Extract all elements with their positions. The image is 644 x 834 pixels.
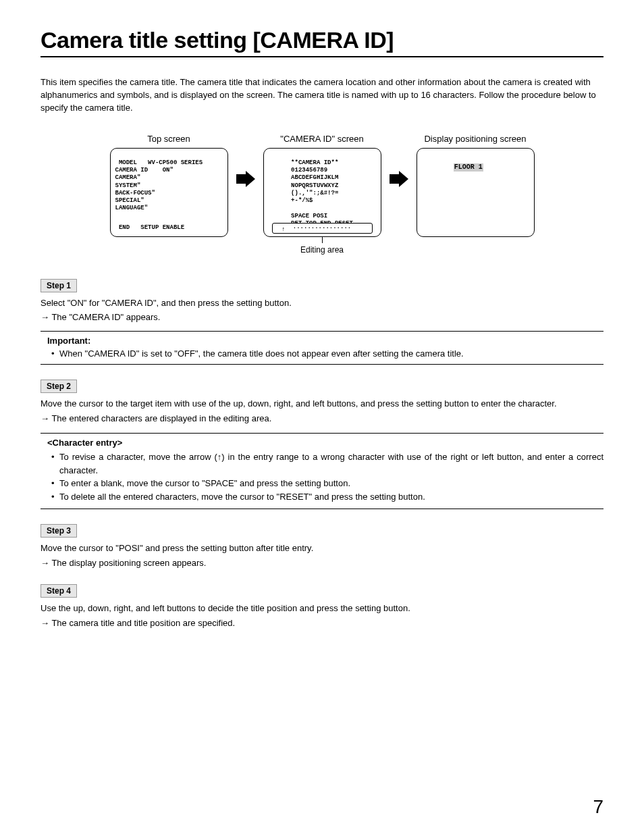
step-3-body: Move the cursor to "POSI" and press the … [41, 542, 603, 555]
step-2: Step 2 Move the cursor to the target ite… [41, 380, 603, 509]
step-1-result: The "CAMERA ID" appears. [41, 311, 603, 324]
top-screen-col: Top screen MODEL WV-CP500 SERIES CAMERA … [110, 134, 228, 237]
top-l2: CAMERA ID ON" [115, 167, 173, 174]
floor-label: FLOOR 1 [454, 163, 483, 172]
step-2-badge: Step 2 [41, 380, 77, 393]
camid-screen-box: **CAMERA ID** 0123456789 ABCDEFGHIJKLM N… [263, 148, 381, 237]
step-1-body: Select "ON" for "CAMERA ID", and then pr… [41, 296, 603, 310]
step-2-body: Move the cursor to the target item with … [41, 397, 603, 411]
step-4-badge: Step 4 [41, 584, 77, 598]
top-l5: BACK-FOCUS" [115, 190, 155, 197]
char-entry-bullet-1: To revise a character, move the arrow (↑… [50, 450, 603, 477]
step-1-important-bullet: When "CAMERA ID" is set to "OFF", the ca… [50, 347, 603, 361]
pos-screen-box: FLOOR 1 [417, 148, 535, 237]
camid-l4: NOPQRSTUVWXYZ [291, 182, 338, 189]
editing-cursor-arrow-icon: ↑ [282, 226, 286, 232]
top-l7: LANGUAGE" [115, 205, 149, 211]
step-1-important-title: Important: [47, 336, 603, 346]
intro-paragraph: This item specifies the camera title. Th… [41, 76, 603, 115]
step-3-badge: Step 3 [41, 524, 77, 538]
camid-screen-label: "CAMERA ID" screen [263, 134, 381, 144]
top-l4: SYSTEM" [115, 182, 141, 189]
camid-l2: 0123456789 [291, 167, 327, 174]
pos-screen-label: Display positioning screen [417, 134, 535, 144]
step-4: Step 4 Use the up, down, right, and left… [41, 584, 603, 629]
top-l6: SPECIAL" [115, 197, 144, 204]
editing-leader-line [322, 236, 323, 243]
top-l3: CAMERA" [115, 174, 141, 181]
pos-screen-col: Display positioning screen FLOOR 1 [417, 134, 535, 237]
arrow-icon [236, 134, 255, 150]
editing-area-band: ................ ↑ [272, 223, 373, 234]
page-title: Camera title setting [CAMERA ID] [41, 27, 603, 53]
editing-dots: ................ [293, 224, 351, 230]
arrow-icon [390, 134, 408, 150]
step-1-important-box: Important: When "CAMERA ID" is set to "O… [41, 331, 603, 365]
camid-l1: **CAMERA ID** [291, 159, 338, 166]
camid-l3: ABCDEFGHIJKLM [291, 174, 338, 181]
char-entry-bullet-3: To delete all the entered characters, mo… [50, 490, 603, 504]
screens-row: Top screen MODEL WV-CP500 SERIES CAMERA … [41, 134, 603, 255]
camid-l7: SPACE POSI [291, 213, 327, 219]
step-4-body: Use the up, down, right, and left button… [41, 602, 603, 615]
camid-l6: +-*/%$ [291, 197, 313, 204]
camid-screen-col: "CAMERA ID" screen **CAMERA ID** 0123456… [263, 134, 381, 255]
char-entry-bullet-2: To enter a blank, move the cursor to "SP… [50, 477, 603, 490]
character-entry-title: <Character entry> [47, 438, 603, 448]
step-4-result: The camera title and title position are … [41, 617, 603, 630]
step-1: Step 1 Select "ON" for "CAMERA ID", and … [41, 279, 603, 365]
top-l1: MODEL WV-CP500 SERIES [115, 159, 203, 166]
title-rule [41, 56, 603, 57]
step-2-result: The entered characters are displayed in … [41, 412, 603, 425]
step-1-badge: Step 1 [41, 279, 77, 292]
step-3-result: The display positioning screen appears. [41, 556, 603, 570]
page-number: 7 [593, 796, 603, 818]
character-entry-box: <Character entry> To revise a character,… [41, 433, 603, 509]
camid-l5: ().,'":;&#!?= [291, 190, 338, 197]
top-screen-label: Top screen [110, 134, 228, 144]
top-screen-box: MODEL WV-CP500 SERIES CAMERA ID ON" CAME… [110, 148, 228, 237]
top-l8: END SETUP ENABLE [115, 224, 185, 231]
step-3: Step 3 Move the cursor to "POSI" and pre… [41, 524, 603, 569]
